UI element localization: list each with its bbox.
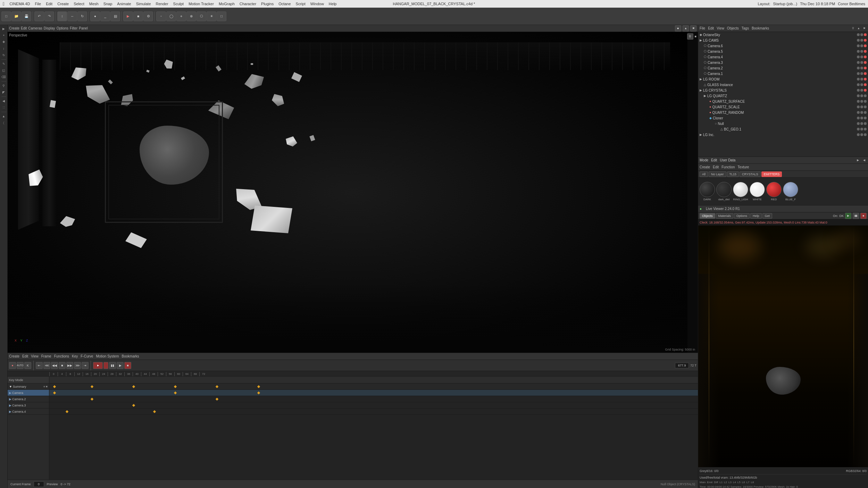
workplane-tool[interactable]: 〈 xyxy=(1,120,7,126)
mode-tab-userdata[interactable]: User Data xyxy=(720,158,735,162)
menu-plugins[interactable]: Plugins xyxy=(261,2,274,6)
layout-value[interactable]: Startup (job...) xyxy=(773,2,798,6)
obj-lginc[interactable]: ▶ LG Inc. xyxy=(698,132,868,137)
mode-tab-edit[interactable]: Edit xyxy=(711,158,717,162)
obj-lgquartz[interactable]: ▶ LG QUARTZ xyxy=(698,93,868,99)
obj-menu-edit[interactable]: Edit xyxy=(708,26,714,30)
obj-menu-view[interactable]: View xyxy=(717,26,724,30)
obj-camera3[interactable]: ⎔ Camera.3 xyxy=(698,60,868,65)
obj-cloner[interactable]: ◆ Cloner xyxy=(698,115,868,121)
move-tool[interactable]: ✚ xyxy=(1,39,7,45)
obj-close-icon[interactable]: ✖ xyxy=(862,26,867,31)
menu-script[interactable]: Script xyxy=(296,2,306,6)
track-summary[interactable]: ▼ Summary ■ ■ xyxy=(8,384,49,390)
menu-file[interactable]: File xyxy=(35,2,41,6)
obj-quartz-surface[interactable]: ● QUARTZ_SURFACE xyxy=(698,99,868,104)
obj-quartz-random[interactable]: ● QUARTZ_RANDOM xyxy=(698,110,868,115)
apple-menu[interactable]:  xyxy=(3,1,5,7)
tl-menu-motion[interactable]: Motion System xyxy=(96,354,119,358)
tl-key-btn[interactable]: K xyxy=(24,362,31,369)
track-camera2[interactable]: ▶ Camera.2 xyxy=(8,396,49,402)
obj-search-icon[interactable]: ⚲ xyxy=(851,26,856,31)
obj-bcgeo[interactable]: △ BC_GEO.1 xyxy=(698,126,868,132)
obj-quartz-scale[interactable]: ● QUARTZ_SCALE xyxy=(698,104,868,110)
vp-menu-panel[interactable]: Panel xyxy=(79,26,88,30)
menu-help[interactable]: Help xyxy=(329,2,337,6)
track-camera3[interactable]: ▶ Camera.3 xyxy=(8,402,49,409)
mat-menu-texture[interactable]: Texture xyxy=(738,165,749,169)
mat-menu-function[interactable]: Function xyxy=(721,165,735,169)
tl-menu-create[interactable]: Create xyxy=(9,354,19,358)
track-camera[interactable]: ▶ Camera xyxy=(8,390,49,396)
obj-camera2[interactable]: ⎔ Camera.2 xyxy=(698,65,868,71)
tl-menu-frame[interactable]: Frame xyxy=(41,354,51,358)
render-region-btn[interactable]: ■ xyxy=(133,11,143,21)
menu-render[interactable]: Render xyxy=(156,2,168,6)
tl-prev-key[interactable]: ⋘ xyxy=(43,362,50,369)
track-camera4[interactable]: ▶ Camera.4 xyxy=(8,409,49,415)
obj-menu-objects[interactable]: Objects xyxy=(727,26,739,30)
tl-menu-functions[interactable]: Functions xyxy=(54,354,69,358)
mat-tab-crystals[interactable]: CRYSTALS xyxy=(740,171,761,177)
obj-octanesky[interactable]: ◆ OctaneSky xyxy=(698,32,868,37)
obj-camera1[interactable]: ⎔ Camera.1 xyxy=(698,71,868,76)
mat-red[interactable]: RED xyxy=(766,182,782,201)
move-btn[interactable]: ↕ xyxy=(57,11,67,21)
lv-tab-materials[interactable]: Materials xyxy=(716,213,734,219)
menu-edit[interactable]: Edit xyxy=(46,2,52,6)
obj-camera6[interactable]: ⎔ Camera.6 xyxy=(698,43,868,49)
vp-menu-create[interactable]: Create xyxy=(9,26,19,30)
lv-stop-btn[interactable]: ■ xyxy=(860,213,867,219)
tl-next-key[interactable]: ⋙ xyxy=(74,362,81,369)
mat-dark[interactable]: DARK xyxy=(700,182,715,201)
null-btn[interactable]: ⊕ xyxy=(186,11,196,21)
mat-white[interactable]: WHITE xyxy=(750,182,765,201)
mat-tab-nolayer[interactable]: No Layer xyxy=(709,171,726,177)
cylinder-btn[interactable]: ⋄ xyxy=(176,11,186,21)
tl-menu-key[interactable]: Key xyxy=(72,354,78,358)
mat-tab-emitters[interactable]: EMITTERS xyxy=(761,171,782,177)
rotate-btn[interactable]: ↻ xyxy=(77,11,87,21)
tl-play-backward[interactable]: ◀◀ xyxy=(51,362,58,369)
menu-animate[interactable]: Animate xyxy=(117,2,131,6)
tl-frame-input[interactable] xyxy=(675,363,689,368)
obj-camera4[interactable]: ⎔ Camera.4 xyxy=(698,54,868,60)
obj-menu-tags[interactable]: Tags xyxy=(742,26,749,30)
edges-btn[interactable]: ⎯ xyxy=(100,11,110,21)
tl-render-4[interactable]: ▶ xyxy=(117,362,124,369)
light-btn[interactable]: ☀ xyxy=(207,11,216,21)
render-btn[interactable]: ▶ xyxy=(123,11,133,21)
tl-record-btn[interactable]: ● xyxy=(9,362,16,369)
obj-menu-file[interactable]: File xyxy=(700,26,705,30)
menu-select[interactable]: Select xyxy=(74,2,84,6)
mat-menu-edit[interactable]: Edit xyxy=(713,165,719,169)
tl-render-red1[interactable]: ▶ xyxy=(93,362,103,369)
lv-tab-objects[interactable]: Objects xyxy=(700,213,715,219)
mat-tab-all[interactable]: All xyxy=(700,171,708,177)
pen-tool[interactable]: ✎ xyxy=(1,61,7,67)
tl-render-5[interactable]: ■ xyxy=(124,362,131,369)
menu-character[interactable]: Character xyxy=(240,2,256,6)
menu-simulate[interactable]: Simulate xyxy=(136,2,151,6)
vp-menu-display[interactable]: Display xyxy=(44,26,55,30)
more-btn[interactable]: □ xyxy=(217,11,226,21)
lasso-tool[interactable]: ⚬ xyxy=(1,32,7,39)
menu-motion-tracker[interactable]: Motion Tracker xyxy=(189,2,214,6)
menu-octane[interactable]: Octane xyxy=(278,2,291,6)
vp-menu-cameras[interactable]: Cameras xyxy=(28,26,42,30)
tl-render-red2[interactable] xyxy=(103,362,108,369)
viewport-solo-btn[interactable]: ■ xyxy=(675,25,681,32)
rotate-tool[interactable]: ↻ xyxy=(1,52,7,58)
vp-menu-options[interactable]: Options xyxy=(57,26,68,30)
paint-tool[interactable]: ◤ xyxy=(1,89,7,95)
mat-tab-tl15[interactable]: TL15 xyxy=(727,171,739,177)
mode-tab-mode[interactable]: Mode xyxy=(700,158,708,162)
align-tool[interactable]: ∷ xyxy=(1,104,7,111)
tl-go-end[interactable]: ⇥ xyxy=(82,362,89,369)
measure-tool[interactable]: ◀ xyxy=(1,98,7,104)
lv-play-btn[interactable]: ▶ xyxy=(845,213,851,219)
main-viewport[interactable]: Perspective xyxy=(8,32,698,353)
brush-tool[interactable]: ◱ xyxy=(1,67,7,74)
menu-create[interactable]: Create xyxy=(57,2,69,6)
viewport-search-btn[interactable]: ⚲ xyxy=(687,33,693,40)
